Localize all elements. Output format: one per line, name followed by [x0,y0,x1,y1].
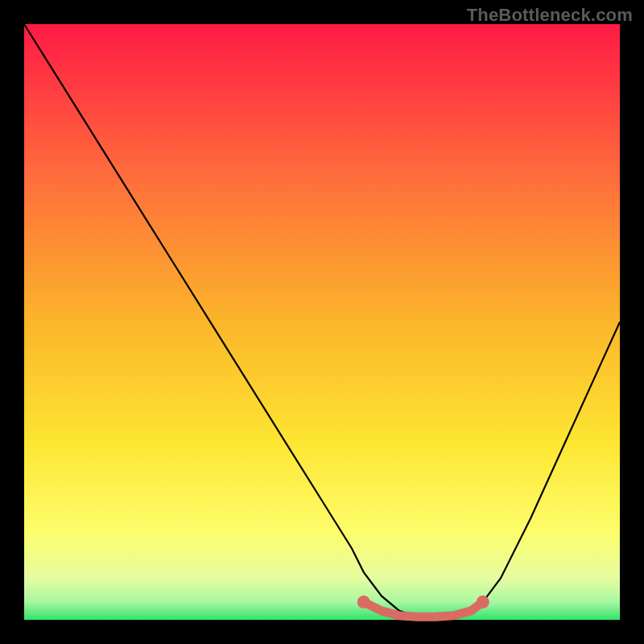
chart-svg [0,0,644,644]
optimal-range-endpoint [357,596,370,609]
chart-container: TheBottleneck.com [0,0,644,644]
plot-background [24,24,620,620]
optimal-range-endpoint [477,596,489,609]
watermark-text: TheBottleneck.com [467,5,633,26]
